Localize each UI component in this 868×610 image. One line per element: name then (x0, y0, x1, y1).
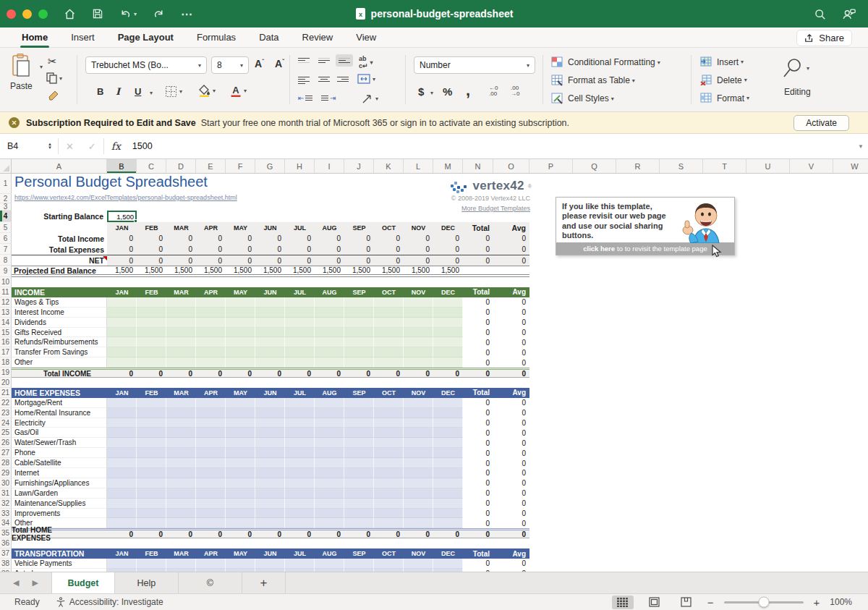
cell[interactable]: 1,500 (255, 266, 285, 274)
cell[interactable]: 0 (315, 255, 344, 266)
cell[interactable]: 0 (433, 233, 463, 244)
cell[interactable] (433, 328, 463, 338)
row-header[interactable]: 37 (0, 548, 12, 559)
cell[interactable] (137, 408, 166, 418)
cell[interactable] (404, 357, 433, 368)
cell[interactable] (137, 559, 166, 569)
cell[interactable]: 0 (137, 244, 166, 255)
cell[interactable] (285, 328, 315, 338)
avg-cell[interactable]: 0 (493, 518, 529, 528)
cell[interactable]: 1,500 (166, 266, 196, 274)
comma-format-button[interactable]: , (466, 81, 470, 100)
tab-data[interactable]: Data (258, 29, 280, 46)
cell[interactable] (166, 408, 196, 418)
undo-dropdown-chevron[interactable]: ▾ (134, 11, 137, 17)
font-color-icon[interactable]: A ▾ (230, 84, 247, 97)
cell[interactable] (404, 347, 433, 357)
tab-formulas[interactable]: Formulas (195, 29, 237, 46)
format-as-table-chevron[interactable]: ▾ (632, 77, 635, 84)
cell[interactable] (226, 438, 255, 448)
cell[interactable]: 0 (433, 370, 463, 377)
cell[interactable] (433, 438, 463, 448)
column-header[interactable]: D (166, 159, 196, 173)
cell[interactable] (344, 458, 374, 468)
name-box[interactable]: B4 (0, 141, 48, 151)
avg-cell[interactable]: 0 (493, 408, 529, 418)
cell[interactable] (493, 266, 529, 274)
share-people-icon[interactable] (842, 8, 856, 20)
cell[interactable] (285, 559, 315, 569)
cell[interactable] (374, 458, 404, 468)
cell[interactable] (107, 357, 137, 368)
cell[interactable] (344, 337, 374, 347)
cell[interactable] (137, 328, 166, 338)
cell[interactable]: 1,500 (315, 266, 344, 274)
total-cell[interactable]: 0 (463, 408, 493, 418)
cell[interactable] (374, 448, 404, 458)
cell[interactable] (374, 408, 404, 418)
total-cell[interactable]: 0 (463, 297, 493, 308)
avg-cell[interactable]: 0 (493, 297, 529, 308)
cell[interactable] (315, 418, 344, 428)
total-cell[interactable]: 0 (463, 244, 493, 255)
cell[interactable] (404, 418, 433, 428)
cell[interactable] (107, 468, 137, 478)
cell[interactable] (344, 559, 374, 569)
format-cells-button[interactable]: Format▾ (700, 93, 749, 103)
cell[interactable] (255, 468, 285, 478)
align-right-icon[interactable] (337, 75, 349, 83)
decrease-font-size-button[interactable]: Aˇ (275, 58, 284, 69)
cut-icon[interactable]: ✂ (48, 55, 57, 68)
cell[interactable]: 1,500 (404, 266, 433, 274)
cell[interactable] (374, 509, 404, 519)
cell[interactable] (166, 559, 196, 569)
cell[interactable] (196, 458, 226, 468)
copy-dropdown-chevron[interactable]: ▾ (59, 75, 62, 82)
cell[interactable] (404, 438, 433, 448)
cell[interactable]: 1,500 (285, 266, 315, 274)
cell[interactable] (226, 357, 255, 368)
cell[interactable] (285, 428, 315, 438)
total-cell[interactable]: 0 (463, 328, 493, 338)
total-cell[interactable]: 0 (463, 438, 493, 448)
cell[interactable] (255, 398, 285, 408)
cell[interactable] (344, 318, 374, 328)
merge-dropdown-chevron[interactable]: ▾ (373, 76, 375, 82)
total-cell[interactable]: 0 (463, 428, 493, 438)
cell[interactable] (285, 488, 315, 499)
row-header[interactable]: 23 (0, 408, 12, 418)
cell[interactable] (255, 499, 285, 509)
column-header[interactable]: R (616, 159, 660, 173)
cell[interactable] (255, 448, 285, 458)
avg-cell[interactable]: 0 (493, 337, 529, 347)
row-header[interactable]: 8 (0, 255, 12, 266)
zoom-slider[interactable] (724, 601, 804, 603)
cell[interactable] (433, 518, 463, 528)
formula-input[interactable]: 1500 (132, 141, 153, 151)
cell[interactable] (404, 488, 433, 499)
cell[interactable] (285, 438, 315, 448)
sheet-tab-copyright[interactable]: © (179, 572, 242, 593)
cell[interactable] (285, 509, 315, 519)
row-header[interactable]: 32 (0, 499, 12, 509)
cell[interactable] (196, 509, 226, 519)
cell[interactable] (255, 488, 285, 499)
cell[interactable] (226, 458, 255, 468)
cell[interactable] (285, 499, 315, 509)
cell[interactable]: 0 (404, 244, 433, 255)
cell[interactable] (226, 518, 255, 528)
row-header[interactable]: 27 (0, 448, 12, 458)
cell[interactable] (226, 418, 255, 428)
cell[interactable]: 0 (166, 255, 196, 266)
cell[interactable]: 0 (404, 370, 433, 377)
total-cell[interactable]: 0 (463, 398, 493, 408)
cell[interactable] (107, 418, 137, 428)
row-header[interactable]: 19 (0, 368, 12, 378)
cell[interactable] (107, 308, 137, 318)
cell[interactable] (374, 518, 404, 528)
format-as-table-button[interactable]: Format as Table▾ (551, 75, 635, 86)
cell[interactable]: 0 (255, 233, 285, 244)
cell[interactable] (196, 488, 226, 499)
cell[interactable] (107, 428, 137, 438)
wrap-text-icon[interactable]: abc↵▾ (359, 55, 373, 69)
